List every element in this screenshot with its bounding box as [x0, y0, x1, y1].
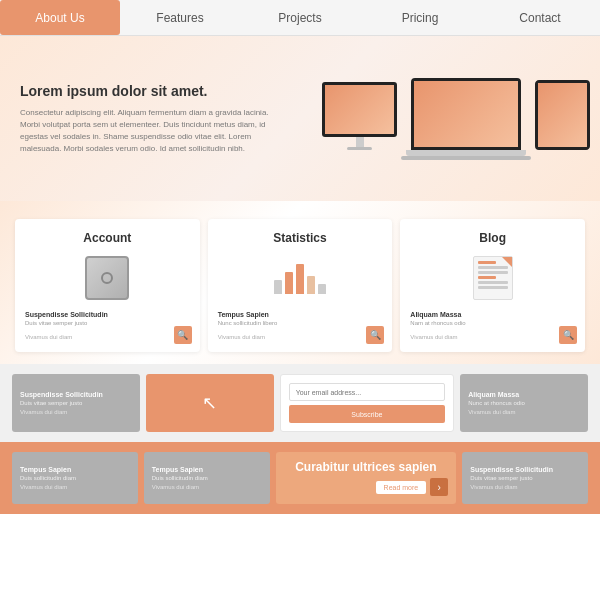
bottom-cell-4-link: Vivamus dui diam	[470, 484, 580, 490]
feature-statistics-search[interactable]: 🔍	[366, 326, 384, 344]
feature-account: Account Suspendisse Sollicitudin Duis vi…	[15, 219, 200, 352]
blog-line-1	[478, 261, 496, 264]
feature-statistics: Statistics Tempus Sapien Nunc sollicitud…	[208, 219, 393, 352]
account-icon-area	[82, 253, 132, 303]
monitor-foot	[347, 147, 372, 150]
laptop-screen	[411, 78, 521, 150]
feature-statistics-link: Vivamus dui diam	[218, 334, 383, 340]
laptop-device	[401, 78, 531, 160]
bottom-cell-2-link: Vivamus dui diam	[152, 484, 262, 490]
grid-cell-4-sub: Nunc at rhoncus odio	[468, 400, 580, 406]
bottom-row-1: Tempus Sapien Duis sollicitudin diam Viv…	[12, 452, 588, 504]
feature-account-text: Suspendisse Sollicitudin	[25, 311, 190, 318]
subscribe-cell: Subscribe	[280, 374, 455, 432]
grid-row-1: Suspendisse Sollicitudin Duis vitae semp…	[12, 374, 588, 432]
feature-blog-link: Vivamus dui diam	[410, 334, 575, 340]
nav-item-features[interactable]: Features	[120, 0, 240, 35]
safe-handle	[101, 272, 113, 284]
feature-blog-subtext: Nam at rhoncus odio	[410, 320, 575, 326]
feature-blog-title: Blog	[479, 231, 506, 245]
bottom-banner: Tempus Sapien Duis sollicitudin diam Viv…	[0, 442, 600, 514]
feature-account-title: Account	[83, 231, 131, 245]
search-icon: 🔍	[177, 330, 188, 340]
bottom-cell-1-sub: Duis sollicitudin diam	[20, 475, 130, 481]
blog-icon	[473, 256, 513, 300]
bottom-cell-2-title: Tempus Sapien	[152, 466, 262, 473]
hero-section: Lorem ipsum dolor sit amet. Consectetur …	[0, 36, 600, 201]
tablet-body	[535, 80, 590, 150]
cursor-icon: ↖	[202, 392, 217, 414]
read-more-arrow[interactable]: ›	[430, 478, 448, 496]
nav-item-contact[interactable]: Contact	[480, 0, 600, 35]
feature-account-search[interactable]: 🔍	[174, 326, 192, 344]
feature-statistics-text: Tempus Sapien	[218, 311, 383, 318]
subscribe-button[interactable]: Subscribe	[289, 405, 446, 423]
hero-title: Lorem ipsum dolor sit amet.	[20, 83, 272, 99]
feature-blog-text: Aliquam Massa	[410, 311, 575, 318]
search-icon: 🔍	[563, 330, 574, 340]
features-section: Account Suspendisse Sollicitudin Duis vi…	[0, 201, 600, 364]
laptop-bottom	[401, 156, 531, 160]
bottom-cell-4-sub: Duis vitae semper justo	[470, 475, 580, 481]
read-more-row: Read more ›	[284, 478, 449, 496]
feature-account-subtext: Duis vitae semper justo	[25, 320, 190, 326]
bottom-cell-2-sub: Duis sollicitudin diam	[152, 475, 262, 481]
subscribe-email-input[interactable]	[289, 383, 446, 401]
feature-blog-search[interactable]: 🔍	[559, 326, 577, 344]
bottom-cell-1-link: Vivamus dui diam	[20, 484, 130, 490]
safe-icon	[85, 256, 129, 300]
nav-item-projects[interactable]: Projects	[240, 0, 360, 35]
bottom-cell-2: Tempus Sapien Duis sollicitudin diam Viv…	[144, 452, 270, 504]
feature-blog: Blog Aliquam Massa Nam at rhoncus odio V…	[400, 219, 585, 352]
blog-corner	[502, 257, 512, 267]
grid-cell-4-title: Aliquam Massa	[468, 391, 580, 398]
hero-description: Consectetur adipiscing elit. Aliquam fer…	[20, 107, 272, 155]
monitor-screen	[322, 82, 397, 137]
bottom-cell-1: Tempus Sapien Duis sollicitudin diam Viv…	[12, 452, 138, 504]
blog-line-5	[478, 281, 508, 284]
tablet-device	[535, 80, 590, 150]
blog-line-6	[478, 286, 508, 289]
blog-icon-area	[468, 253, 518, 303]
grid-cell-1-link: Vivamus dui diam	[20, 409, 132, 415]
bottom-cell-1-title: Tempus Sapien	[20, 466, 130, 473]
feature-statistics-title: Statistics	[273, 231, 326, 245]
read-more-button[interactable]: Read more	[376, 481, 427, 494]
nav-item-about[interactable]: About Us	[0, 0, 120, 35]
grid-cell-4-link: Vivamus dui diam	[468, 409, 580, 415]
bottom-cell-4: Suspendisse Sollicitudin Duis vitae semp…	[462, 452, 588, 504]
grid-cell-1-title: Suspendisse Sollicitudin	[20, 391, 132, 398]
feature-account-link: Vivamus dui diam	[25, 334, 190, 340]
bar-3	[296, 264, 304, 294]
grid-cell-4: Aliquam Massa Nunc at rhoncus odio Vivam…	[460, 374, 588, 432]
monitor-stand	[356, 137, 364, 147]
blog-line-4	[478, 276, 496, 279]
bar-5	[318, 284, 326, 294]
bottom-banner-cell: Curabitur ultrices sapien Read more ›	[276, 452, 457, 504]
bar-1	[274, 280, 282, 294]
blog-line-3	[478, 271, 508, 274]
grid-cell-2: ↖	[146, 374, 274, 432]
grid-cell-1: Suspendisse Sollicitudin Duis vitae semp…	[12, 374, 140, 432]
grid-section: Suspendisse Sollicitudin Duis vitae semp…	[0, 364, 600, 442]
bar-4	[307, 276, 315, 294]
statistics-icon-area	[275, 253, 325, 303]
navigation: About Us Features Projects Pricing Conta…	[0, 0, 600, 36]
banner-title: Curabitur ultrices sapien	[284, 460, 449, 474]
bar-2	[285, 272, 293, 294]
feature-statistics-subtext: Nunc sollicitudin libero	[218, 320, 383, 326]
hero-text: Lorem ipsum dolor sit amet. Consectetur …	[20, 83, 272, 155]
hero-devices	[322, 78, 590, 160]
bottom-cell-4-title: Suspendisse Sollicitudin	[470, 466, 580, 473]
bar-chart-icon	[270, 258, 330, 298]
monitor-device	[322, 82, 397, 150]
nav-item-pricing[interactable]: Pricing	[360, 0, 480, 35]
grid-cell-1-sub: Duis vitae semper justo	[20, 400, 132, 406]
search-icon: 🔍	[370, 330, 381, 340]
